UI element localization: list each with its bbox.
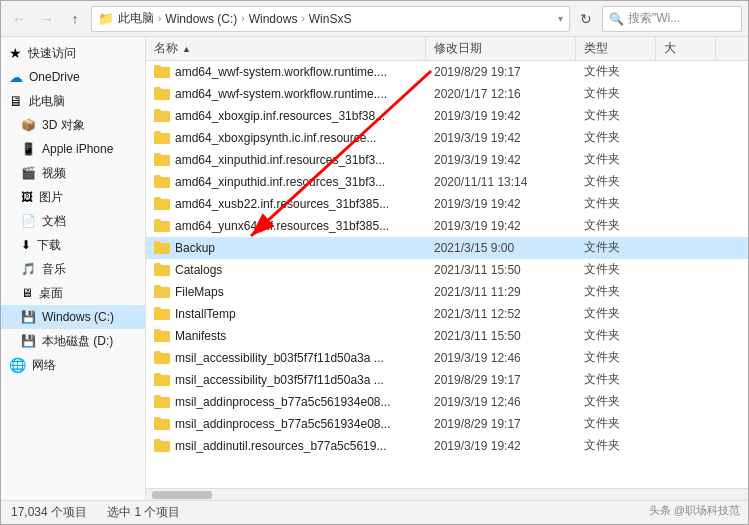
file-date-cell: 2019/3/19 19:42 [426, 131, 576, 145]
table-row[interactable]: msil_addinutil.resources_b77a5c5619... 2… [146, 435, 748, 457]
file-name-cell: msil_addinutil.resources_b77a5c5619... [146, 439, 426, 453]
file-date-cell: 2020/11/11 13:14 [426, 175, 576, 189]
file-date-cell: 2019/8/29 19:17 [426, 373, 576, 387]
file-name-cell: msil_addinprocess_b77a5c561934e08... [146, 417, 426, 431]
col-header-date[interactable]: 修改日期 [426, 37, 576, 60]
file-name-cell: msil_addinprocess_b77a5c561934e08... [146, 395, 426, 409]
table-row[interactable]: Catalogs 2021/3/11 15:50 文件夹 [146, 259, 748, 281]
table-row[interactable]: Manifests 2021/3/11 15:50 文件夹 [146, 325, 748, 347]
file-name-text: Backup [175, 241, 215, 255]
col-size-label: 大 [664, 40, 676, 57]
file-name-text: msil_addinutil.resources_b77a5c5619... [175, 439, 386, 453]
watermark: 头条 @职场科技范 [649, 503, 740, 518]
table-row[interactable]: msil_addinprocess_b77a5c561934e08... 201… [146, 391, 748, 413]
file-date-cell: 2019/3/19 19:42 [426, 153, 576, 167]
file-name-text: amd64_xboxgipsynth.ic.inf.resource... [175, 131, 376, 145]
file-type-cell: 文件夹 [576, 371, 656, 388]
forward-button[interactable]: → [35, 7, 59, 31]
file-name-cell: msil_accessibility_b03f5f7f11d50a3a ... [146, 351, 426, 365]
folder-icon [154, 329, 170, 342]
table-row[interactable]: amd64_xinputhid.inf.resources_31bf3... 2… [146, 149, 748, 171]
search-box[interactable]: 🔍 搜索"Wi... [602, 6, 742, 32]
folder-icon [154, 65, 170, 78]
picture-icon: 🖼 [21, 190, 33, 204]
file-type-cell: 文件夹 [576, 437, 656, 454]
file-date-cell: 2019/3/19 12:46 [426, 395, 576, 409]
file-type-cell: 文件夹 [576, 107, 656, 124]
sidebar-label-onedrive: OneDrive [29, 70, 80, 84]
file-type-cell: 文件夹 [576, 173, 656, 190]
col-type-label: 类型 [584, 40, 608, 57]
horizontal-scrollbar[interactable] [146, 488, 748, 500]
sidebar-item-downloads[interactable]: ⬇ 下载 [1, 233, 145, 257]
table-row[interactable]: msil_addinprocess_b77a5c561934e08... 201… [146, 413, 748, 435]
sidebar-label-desktop: 桌面 [39, 285, 63, 302]
table-row[interactable]: amd64_xinputhid.inf.resources_31bf3... 2… [146, 171, 748, 193]
file-name-text: amd64_wwf-system.workflow.runtime.... [175, 87, 387, 101]
file-date-cell: 2019/3/19 19:42 [426, 219, 576, 233]
file-type-cell: 文件夹 [576, 151, 656, 168]
col-header-size[interactable]: 大 [656, 37, 716, 60]
sidebar-label-this-pc: 此电脑 [29, 93, 65, 110]
file-type-cell: 文件夹 [576, 195, 656, 212]
table-row[interactable]: amd64_xusb22.inf.resources_31bf385... 20… [146, 193, 748, 215]
sidebar-item-windows-c[interactable]: 💾 Windows (C:) [1, 305, 145, 329]
refresh-button[interactable]: ↻ [574, 7, 598, 31]
table-row[interactable]: amd64_xboxgip.inf.resources_31bf38... 20… [146, 105, 748, 127]
sidebar-item-documents[interactable]: 📄 文档 [1, 209, 145, 233]
folder-icon [154, 417, 170, 430]
file-name-cell: FileMaps [146, 285, 426, 299]
sidebar-item-this-pc[interactable]: 🖥 此电脑 [1, 89, 145, 113]
sidebar-item-onedrive[interactable]: ☁ OneDrive [1, 65, 145, 89]
sidebar-label-videos: 视频 [42, 165, 66, 182]
file-type-cell: 文件夹 [576, 283, 656, 300]
table-row[interactable]: amd64_yunx64.inf.resources_31bf385... 20… [146, 215, 748, 237]
sidebar-item-desktop[interactable]: 🖥 桌面 [1, 281, 145, 305]
table-row[interactable]: Backup 2021/3/15 9:00 文件夹 [146, 237, 748, 259]
file-name-cell: amd64_wwf-system.workflow.runtime.... [146, 65, 426, 79]
up-button[interactable]: ↑ [63, 7, 87, 31]
sidebar-label-3d: 3D 对象 [42, 117, 85, 134]
file-name-cell: Catalogs [146, 263, 426, 277]
folder-icon [154, 153, 170, 166]
file-name-text: amd64_wwf-system.workflow.runtime.... [175, 65, 387, 79]
table-row[interactable]: InstallTemp 2021/3/11 12:52 文件夹 [146, 303, 748, 325]
table-row[interactable]: msil_accessibility_b03f5f7f11d50a3a ... … [146, 347, 748, 369]
file-date-cell: 2021/3/11 15:50 [426, 263, 576, 277]
col-header-type[interactable]: 类型 [576, 37, 656, 60]
folder-icon [154, 131, 170, 144]
music-icon: 🎵 [21, 262, 36, 276]
sidebar-item-drive-d[interactable]: 💾 本地磁盘 (D:) [1, 329, 145, 353]
file-type-cell: 文件夹 [576, 239, 656, 256]
file-list: amd64_wwf-system.workflow.runtime.... 20… [146, 61, 748, 488]
back-button[interactable]: ← [7, 7, 31, 31]
file-date-cell: 2020/1/17 12:16 [426, 87, 576, 101]
table-row[interactable]: amd64_wwf-system.workflow.runtime.... 20… [146, 61, 748, 83]
sidebar-item-3d-objects[interactable]: 📦 3D 对象 [1, 113, 145, 137]
sidebar-item-music[interactable]: 🎵 音乐 [1, 257, 145, 281]
3d-icon: 📦 [21, 118, 36, 132]
folder-icon [154, 109, 170, 122]
hscroll-thumb[interactable] [152, 491, 212, 499]
sidebar-item-apple-iphone[interactable]: 📱 Apple iPhone [1, 137, 145, 161]
col-header-name[interactable]: 名称 ▲ [146, 37, 426, 60]
folder-icon [154, 439, 170, 452]
sidebar-item-quick-access[interactable]: ★ 快速访问 [1, 41, 145, 65]
file-name-cell: amd64_xinputhid.inf.resources_31bf3... [146, 175, 426, 189]
folder-icon [154, 219, 170, 232]
address-sep-2: › [241, 13, 244, 24]
sidebar-item-pictures[interactable]: 🖼 图片 [1, 185, 145, 209]
table-row[interactable]: msil_accessibility_b03f5f7f11d50a3a ... … [146, 369, 748, 391]
address-bar[interactable]: 📁 此电脑 › Windows (C:) › Windows › WinSxS … [91, 6, 570, 32]
folder-icon [154, 373, 170, 386]
sidebar-item-network[interactable]: 🌐 网络 [1, 353, 145, 377]
table-row[interactable]: amd64_wwf-system.workflow.runtime.... 20… [146, 83, 748, 105]
table-row[interactable]: amd64_xboxgipsynth.ic.inf.resource... 20… [146, 127, 748, 149]
table-row[interactable]: FileMaps 2021/3/11 11:29 文件夹 [146, 281, 748, 303]
file-date-cell: 2019/8/29 19:17 [426, 65, 576, 79]
file-date-cell: 2019/3/19 19:42 [426, 439, 576, 453]
file-type-cell: 文件夹 [576, 129, 656, 146]
sidebar-label-downloads: 下载 [37, 237, 61, 254]
file-name-cell: msil_accessibility_b03f5f7f11d50a3a ... [146, 373, 426, 387]
sidebar-item-videos[interactable]: 🎬 视频 [1, 161, 145, 185]
